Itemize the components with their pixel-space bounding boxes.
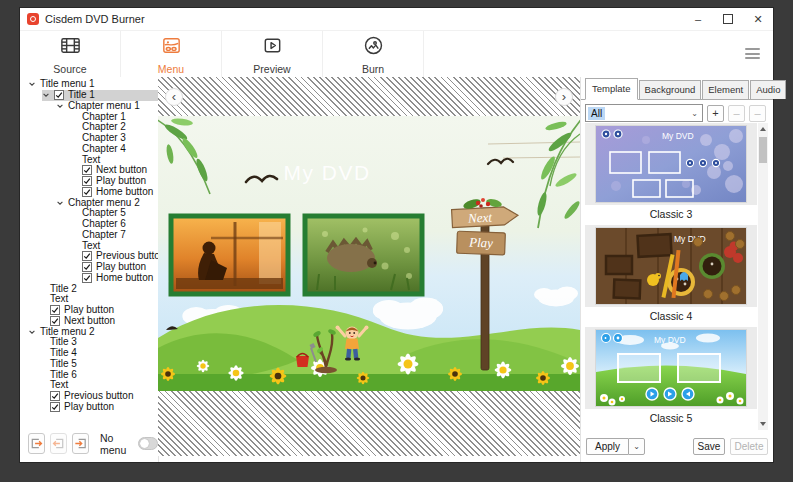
template-thumbnail[interactable]: My DVD: [585, 123, 757, 205]
save-button[interactable]: Save: [693, 438, 725, 455]
tree-item-label: Title 2: [50, 284, 81, 294]
template-thumbnail[interactable]: My DVD: [585, 225, 757, 307]
tree-item[interactable]: Next button: [20, 165, 158, 176]
delete-button[interactable]: Delete: [730, 438, 768, 455]
burn-disc-icon: [362, 34, 385, 61]
tree-item[interactable]: Title 2: [20, 283, 158, 294]
checkbox[interactable]: [82, 187, 92, 197]
checkbox[interactable]: [82, 262, 92, 272]
move-in-button[interactable]: [72, 433, 89, 454]
prev-menu-page-button[interactable]: ‹: [165, 88, 183, 106]
tab-template[interactable]: Template: [585, 78, 638, 100]
app-logo-icon: [27, 13, 39, 25]
tree-item-label: Play button: [64, 402, 118, 412]
checkbox[interactable]: [50, 402, 60, 412]
remove-template-button-2[interactable]: –: [749, 105, 766, 122]
tab-audio[interactable]: Audio: [750, 80, 786, 99]
video-thumbnail-1[interactable]: [171, 216, 288, 294]
remove-template-button[interactable]: –: [728, 105, 745, 122]
next-menu-page-button[interactable]: ›: [555, 88, 573, 106]
chevron-down-icon[interactable]: [56, 102, 66, 110]
toolbar-menu-button[interactable]: Menu: [121, 31, 222, 77]
tree-item[interactable]: Text: [20, 294, 158, 305]
tree-item[interactable]: Play button: [20, 402, 158, 413]
dvd-menu-title[interactable]: My DVD: [283, 161, 370, 184]
no-menu-toggle[interactable]: [138, 437, 158, 450]
tree-item[interactable]: Chapter 2: [20, 122, 158, 133]
scroll-up-icon[interactable]: [758, 123, 768, 135]
filter-row: All ⌄ + – –: [581, 100, 773, 122]
play-sign-button[interactable]: Play: [457, 231, 506, 255]
tree-item[interactable]: Next button: [20, 316, 158, 327]
toolbar-source-button[interactable]: Source: [20, 31, 121, 77]
checkbox[interactable]: [82, 273, 92, 283]
apply-button[interactable]: Apply: [586, 438, 628, 455]
tree-item[interactable]: Chapter 4: [20, 144, 158, 155]
toolbar-burn-button[interactable]: Burn: [323, 31, 424, 77]
tree-item[interactable]: Title menu 2: [20, 326, 158, 337]
menu-canvas: My DVD: [158, 77, 580, 456]
tree-item[interactable]: Chapter 6: [20, 219, 158, 230]
tree-item[interactable]: Chapter 7: [20, 230, 158, 241]
tree-item-label: Next button: [96, 165, 151, 175]
apply-dropdown-button[interactable]: ⌄: [628, 438, 645, 455]
template-list: My DVD Classic 3 My DVD Classic 4: [585, 123, 768, 430]
dvd-menu-preview[interactable]: My DVD: [158, 116, 580, 391]
minimize-button[interactable]: –: [683, 8, 713, 30]
scrollbar[interactable]: [758, 123, 768, 430]
checkbox[interactable]: [82, 176, 92, 186]
scroll-down-icon[interactable]: [758, 418, 768, 430]
checkbox[interactable]: [50, 305, 60, 315]
toolbar-preview-button[interactable]: Preview: [222, 31, 323, 77]
move-out-button[interactable]: [28, 433, 45, 454]
checkbox[interactable]: [50, 316, 60, 326]
video-thumbnail-2[interactable]: [305, 216, 422, 294]
tree-item[interactable]: Title 4: [20, 348, 158, 359]
tree-item[interactable]: Title 5: [20, 359, 158, 370]
tree-item[interactable]: Play button: [20, 176, 158, 187]
tree-item[interactable]: Home button: [20, 187, 158, 198]
tree-item[interactable]: Play button: [20, 305, 158, 316]
tree-item[interactable]: Chapter 5: [20, 208, 158, 219]
maximize-button[interactable]: [713, 8, 743, 30]
template-thumbnail[interactable]: My DVD: [585, 327, 757, 409]
add-template-button[interactable]: +: [707, 105, 724, 122]
close-button[interactable]: ✕: [743, 8, 773, 30]
tab-element[interactable]: Element: [702, 80, 749, 99]
tree-item[interactable]: Chapter 3: [20, 133, 158, 144]
tree-item[interactable]: Text: [20, 380, 158, 391]
move-back-button[interactable]: [50, 433, 67, 454]
tree-item[interactable]: Title 1: [20, 90, 158, 101]
tree-item[interactable]: Title 6: [20, 369, 158, 380]
chevron-down-icon[interactable]: [28, 328, 38, 336]
content-area: Title menu 1Title 1Chapter menu 1Chapter…: [20, 77, 773, 462]
tree-item[interactable]: Previous button: [20, 251, 158, 262]
checkbox[interactable]: [50, 391, 60, 401]
toolbar-burn-label: Burn: [362, 63, 384, 75]
chevron-down-icon[interactable]: [28, 80, 38, 88]
chevron-down-icon[interactable]: [42, 91, 52, 99]
minimize-icon: –: [695, 13, 701, 25]
tree-item[interactable]: Chapter menu 1: [20, 101, 158, 112]
template-footer: Apply ⌄ Save Delete: [586, 438, 768, 455]
checkbox[interactable]: [82, 165, 92, 175]
checkbox[interactable]: [54, 90, 64, 100]
tab-background[interactable]: Background: [639, 80, 702, 99]
tree-item[interactable]: Chapter 1: [20, 111, 158, 122]
checkbox[interactable]: [82, 251, 92, 261]
scrollbar-thumb[interactable]: [759, 137, 767, 163]
template-filter-select[interactable]: All ⌄: [585, 104, 703, 122]
chevron-down-icon[interactable]: [56, 199, 66, 207]
tree-item[interactable]: Play button: [20, 262, 158, 273]
tree-item[interactable]: Text: [20, 154, 158, 165]
toolbar-source-label: Source: [53, 63, 86, 75]
menu-hamburger-icon[interactable]: [745, 48, 760, 59]
tree-item[interactable]: Text: [20, 240, 158, 251]
tree-item[interactable]: Chapter menu 2: [20, 197, 158, 208]
tree-item[interactable]: Home button: [20, 273, 158, 284]
tree-item[interactable]: Title menu 1: [20, 79, 158, 90]
no-menu-label: No menu: [100, 432, 131, 456]
tree-item[interactable]: Title 3: [20, 337, 158, 348]
tree-item[interactable]: Previous button: [20, 391, 158, 402]
svg-text:My DVD: My DVD: [654, 335, 686, 345]
